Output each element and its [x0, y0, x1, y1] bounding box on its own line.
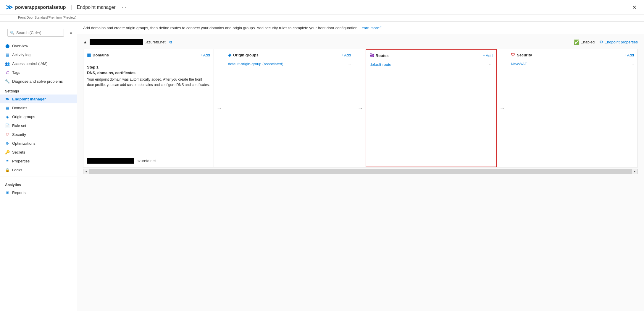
sidebar-item-endpoint-manager[interactable]: ≫ Endpoint manager	[0, 95, 77, 103]
origin-group-more-button[interactable]: ···	[348, 61, 351, 66]
endpoint-manager-icon: ≫	[5, 97, 10, 101]
sidebar-item-origin-groups[interactable]: ◈ Origin groups	[0, 112, 77, 121]
scroll-left-button[interactable]: ◄	[83, 169, 89, 174]
arrow-origins-to-routes: →	[355, 49, 366, 167]
top-bar: ≫ powerappsportalsetup | Endpoint manage…	[0, 0, 644, 14]
logo-arrows-icon: ≫	[6, 4, 13, 11]
sidebar-item-label-diagnose: Diagnose and solve problems	[12, 79, 63, 84]
copy-endpoint-button[interactable]: ⧉	[169, 40, 172, 45]
step-title: DNS, domains, certificates	[87, 71, 210, 75]
sidebar-item-overview[interactable]: ⬤ Overview	[0, 41, 77, 50]
sidebar-item-label-properties: Properties	[12, 159, 30, 163]
more-options-button[interactable]: ···	[120, 4, 128, 11]
step-number: Step 1	[87, 65, 210, 69]
sidebar-item-label-locks: Locks	[12, 168, 22, 172]
endpoint-name-redacted	[90, 39, 143, 45]
routes-add-button[interactable]: + Add	[483, 53, 493, 58]
logo-icon: ≫	[5, 3, 13, 12]
routes-panel-title: ⛓ Routes	[370, 53, 389, 58]
routes-panel: ⛓ Routes + Add default-route ···	[366, 49, 497, 167]
sidebar-item-label-activity-log: Activity log	[12, 53, 30, 57]
main-layout: 🔍 « ⬤ Overview ▦ Activity log 👥 Access c…	[0, 22, 644, 311]
sidebar-item-diagnose[interactable]: 🔧 Diagnose and solve problems	[0, 77, 77, 86]
domains-title-label: Domains	[93, 53, 109, 57]
sidebar-item-domains[interactable]: ▦ Domains	[0, 103, 77, 112]
origin-groups-icon: ◈	[5, 114, 10, 119]
domains-add-button[interactable]: + Add	[200, 53, 210, 57]
locks-icon: 🔒	[5, 167, 10, 172]
search-box[interactable]: 🔍	[7, 29, 64, 37]
endpoint-properties-button[interactable]: ⚙ Endpoint properties	[599, 40, 638, 44]
page-title-header: Endpoint manager	[77, 5, 116, 10]
sidebar-item-label-tags: Tags	[12, 70, 20, 75]
domains-panel-header: ▦ Domains + Add	[87, 53, 210, 57]
sidebar-item-reports[interactable]: ⊞ Reports	[0, 188, 77, 197]
sidebar-item-security[interactable]: 🛡 Security	[0, 130, 77, 139]
domains-step-info: Step 1 DNS, domains, certificates Your e…	[87, 65, 210, 92]
sidebar-item-locks[interactable]: 🔒 Locks	[0, 165, 77, 174]
info-text: Add domains and create origin groups, th…	[83, 26, 359, 30]
access-control-icon: 👥	[5, 61, 10, 66]
security-panel-header: 🛡 Security + Add	[511, 53, 634, 57]
learn-more-link[interactable]: Learn more↗	[359, 26, 381, 30]
activity-log-icon: ▦	[5, 52, 10, 57]
origin-group-item-name[interactable]: default-origin-group (associated)	[228, 62, 283, 66]
sidebar-item-access-control[interactable]: 👥 Access control (IAM)	[0, 59, 77, 68]
sidebar-item-optimizations[interactable]: ⚙ Optimizations	[0, 139, 77, 148]
top-bar-left: ≫ powerappsportalsetup | Endpoint manage…	[5, 3, 128, 12]
endpoint-manager-content: ▲ .azurefd.net ⧉ ✅ Enabled ⚙ Endpoint pr…	[77, 34, 644, 311]
routes-panel-icon: ⛓	[370, 53, 374, 58]
routes-title-label: Routes	[376, 53, 389, 58]
origin-groups-add-button[interactable]: + Add	[341, 53, 351, 57]
enabled-badge: ✅ Enabled	[574, 39, 595, 45]
collapse-sidebar-button[interactable]: «	[69, 29, 73, 36]
sidebar-item-properties[interactable]: ≡ Properties	[0, 157, 77, 165]
domain-footer: .azurefd.net	[87, 152, 210, 164]
endpoint-properties-label: Endpoint properties	[604, 40, 638, 44]
origin-groups-title-label: Origin groups	[233, 53, 259, 57]
sidebar-item-rule-set[interactable]: 📄 Rule set	[0, 121, 77, 130]
nav-divider	[0, 177, 77, 177]
security-title-label: Security	[517, 53, 532, 57]
app-logo: ≫ powerappsportalsetup	[5, 3, 66, 12]
security-item-name[interactable]: NewWAF	[511, 62, 527, 66]
search-input[interactable]	[16, 30, 61, 35]
sidebar-item-secrets[interactable]: 🔑 Secrets	[0, 148, 77, 157]
sidebar-item-label-rule-set: Rule set	[12, 123, 26, 128]
rule-set-icon: 📄	[5, 123, 10, 128]
sidebar-item-label-domains: Domains	[12, 106, 27, 110]
origin-groups-panel-title: ◈ Origin groups	[228, 53, 259, 57]
sidebar-item-tags[interactable]: 🏷 Tags	[0, 68, 77, 77]
origin-groups-panel: ◈ Origin groups + Add default-origin-gro…	[225, 49, 355, 167]
search-icon: 🔍	[10, 31, 14, 35]
endpoint-header: ▲ .azurefd.net ⧉ ✅ Enabled ⚙ Endpoint pr…	[83, 39, 638, 45]
settings-section-title: Settings	[0, 86, 77, 95]
close-button[interactable]: ✕	[630, 3, 639, 12]
route-item-name[interactable]: default-route	[370, 62, 391, 67]
optimizations-icon: ⚙	[5, 141, 10, 146]
route-more-button[interactable]: ···	[489, 62, 493, 67]
security-panel-title: 🛡 Security	[511, 53, 532, 57]
app-subtitle: Front Door Standard/Premium (Preview)	[18, 16, 76, 19]
origin-groups-panel-icon: ◈	[228, 53, 231, 57]
origin-group-item: default-origin-group (associated) ···	[228, 60, 351, 67]
horizontal-scrollbar[interactable]: ◄ ►	[83, 169, 638, 174]
sidebar-item-label-secrets: Secrets	[12, 150, 25, 154]
domains-panel: ▦ Domains + Add Step 1 DNS, domains, cer…	[83, 49, 214, 167]
collapse-endpoint-button[interactable]: ▲	[83, 40, 87, 44]
security-more-button[interactable]: ···	[630, 61, 634, 66]
enabled-status-icon: ✅	[574, 39, 580, 45]
scroll-track[interactable]	[89, 169, 632, 174]
endpoint-right: ✅ Enabled ⚙ Endpoint properties	[574, 39, 638, 45]
scroll-right-button[interactable]: ►	[632, 169, 637, 174]
security-add-button[interactable]: + Add	[624, 53, 634, 57]
arrow-routes-to-security: →	[497, 49, 507, 167]
tags-icon: 🏷	[5, 70, 10, 75]
sidebar-item-label-origin-groups: Origin groups	[12, 115, 35, 119]
enabled-label: Enabled	[581, 40, 595, 44]
panels-container: ▦ Domains + Add Step 1 DNS, domains, cer…	[83, 49, 638, 167]
reports-icon: ⊞	[5, 190, 10, 195]
sidebar: 🔍 « ⬤ Overview ▦ Activity log 👥 Access c…	[0, 22, 77, 311]
arrow-domains-to-origins: →	[214, 49, 225, 167]
sidebar-item-activity-log[interactable]: ▦ Activity log	[0, 50, 77, 59]
